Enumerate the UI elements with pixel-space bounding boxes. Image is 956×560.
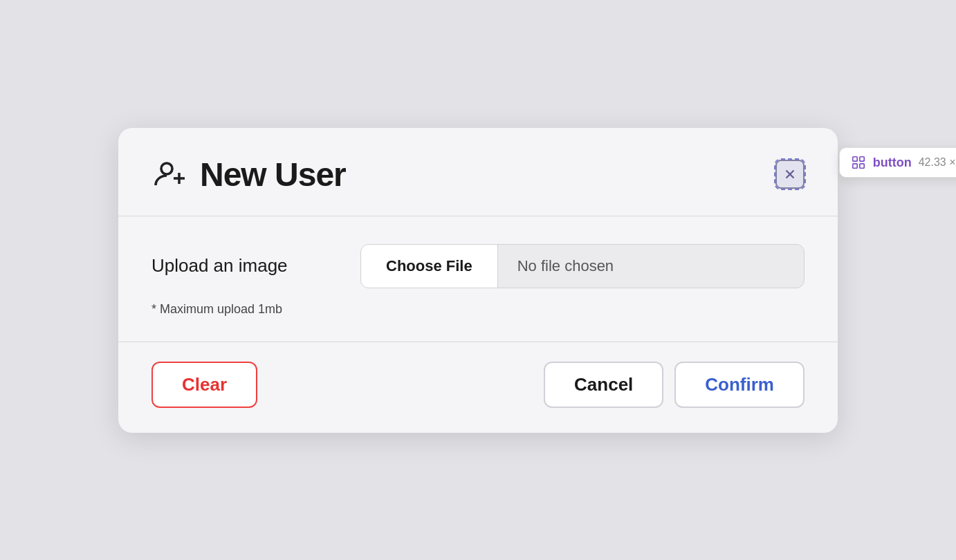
- file-input-wrapper: Choose File No file chosen: [360, 244, 805, 288]
- svg-rect-6: [860, 157, 864, 161]
- tooltip-dimensions: 42.33 × 42.33: [919, 156, 956, 169]
- svg-rect-8: [860, 164, 864, 168]
- dialog-title: New User: [200, 156, 346, 194]
- close-button-container: button 42.33 × 42.33: [775, 160, 805, 189]
- title-group: New User: [151, 156, 346, 194]
- confirm-button[interactable]: Confirm: [674, 362, 805, 408]
- svg-rect-7: [852, 164, 856, 168]
- choose-file-button[interactable]: Choose File: [361, 245, 498, 288]
- new-user-dialog: New User bu: [118, 128, 838, 433]
- dialog-footer: Clear Cancel Confirm: [118, 342, 838, 433]
- close-button[interactable]: [775, 160, 805, 189]
- clear-button[interactable]: Clear: [151, 362, 257, 408]
- max-upload-note: * Maximum upload 1mb: [151, 302, 805, 317]
- user-plus-icon: [151, 156, 187, 192]
- upload-label: Upload an image: [151, 255, 338, 277]
- tooltip-grid-icon: [851, 155, 866, 170]
- svg-point-0: [161, 163, 172, 174]
- tooltip-element-type: button: [873, 156, 912, 170]
- tooltip: button 42.33 × 42.33: [839, 147, 956, 178]
- dialog-body: Upload an image Choose File No file chos…: [118, 216, 838, 342]
- dialog-header: New User bu: [118, 128, 838, 216]
- cancel-button[interactable]: Cancel: [544, 362, 663, 408]
- no-file-text: No file chosen: [498, 245, 804, 288]
- svg-rect-5: [852, 157, 856, 161]
- upload-row: Upload an image Choose File No file chos…: [151, 244, 805, 288]
